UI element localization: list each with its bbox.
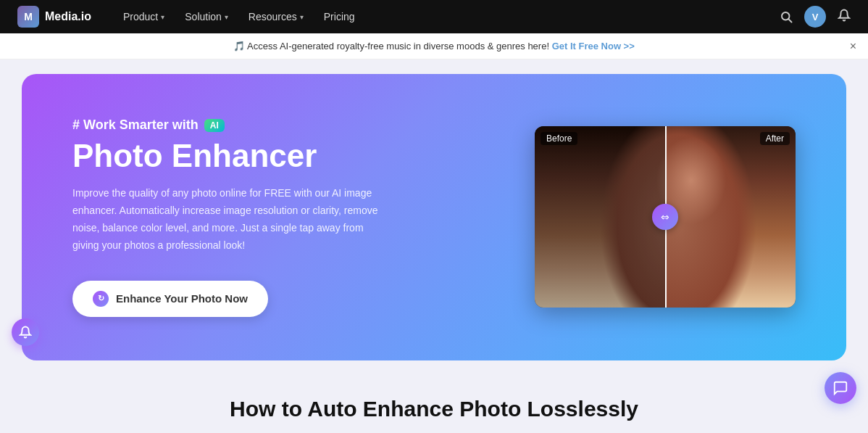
announcement-text: 🎵 Access AI-generated royalty-free music…	[233, 41, 549, 51]
comparison-container: Before After ⇔	[535, 126, 796, 308]
logo-text: Media.io	[45, 10, 91, 23]
before-label: Before	[541, 132, 577, 145]
chat-button[interactable]	[825, 372, 856, 404]
after-label: After	[760, 132, 790, 145]
comparison-handle[interactable]: ⇔	[652, 204, 678, 230]
logo-icon: M	[17, 6, 39, 28]
hero-title: Photo Enhancer	[72, 139, 491, 173]
avatar[interactable]: V	[804, 6, 826, 28]
nav-right: V	[780, 6, 851, 28]
bottom-section: How to Auto Enhance Photo Losslessly	[0, 375, 868, 429]
bell-icon[interactable]	[838, 9, 851, 25]
enhance-photo-button[interactable]: ↻ Enhance Your Photo Now	[72, 281, 268, 317]
enhance-icon: ↻	[93, 291, 109, 307]
nav-item-resources[interactable]: Resources ▾	[240, 7, 312, 27]
search-icon[interactable]	[780, 10, 793, 23]
hero-content: # Work Smarter with AI Photo Enhancer Im…	[72, 117, 491, 317]
hero-section: # Work Smarter with AI Photo Enhancer Im…	[22, 74, 846, 360]
hero-image-comparison: Before After ⇔	[535, 126, 796, 308]
navbar: M Media.io Product ▾ Solution ▾ Resource…	[0, 0, 868, 33]
announcement-cta[interactable]: Get It Free Now >>	[552, 41, 635, 51]
hero-tagline: # Work Smarter with AI	[72, 117, 491, 133]
notification-button[interactable]	[12, 318, 39, 346]
bottom-title: How to Auto Enhance Photo Losslessly	[0, 397, 868, 421]
ai-badge: AI	[204, 119, 225, 132]
before-panel: Before	[535, 126, 665, 308]
chevron-down-icon: ▾	[225, 13, 228, 21]
close-icon[interactable]: ×	[850, 40, 856, 53]
chevron-down-icon: ▾	[161, 13, 164, 21]
svg-line-1	[788, 19, 791, 22]
hero-description: Improve the quality of any photo online …	[72, 185, 391, 254]
chevron-down-icon: ▾	[300, 13, 304, 21]
after-panel: After	[665, 126, 796, 308]
nav-item-pricing[interactable]: Pricing	[315, 7, 364, 27]
nav-links: Product ▾ Solution ▾ Resources ▾ Pricing	[114, 7, 756, 27]
nav-item-product[interactable]: Product ▾	[114, 7, 173, 27]
nav-item-solution[interactable]: Solution ▾	[176, 7, 237, 27]
logo[interactable]: M Media.io	[17, 6, 91, 28]
announcement-bar: 🎵 Access AI-generated royalty-free music…	[0, 33, 868, 59]
